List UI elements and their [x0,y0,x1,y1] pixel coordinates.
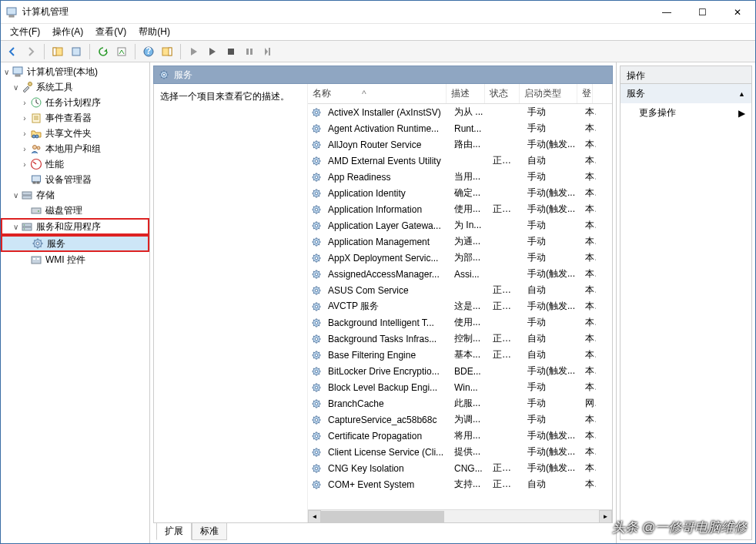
gear-icon [311,172,322,183]
gear-icon [311,447,322,458]
col-description[interactable]: 描述 [447,84,485,103]
service-row[interactable]: AMD External Events Utility正在...自动本 [308,153,612,169]
col-name[interactable]: 名称^ [308,84,447,103]
service-row[interactable]: BranchCache此服...手动网 [308,395,612,411]
gear-icon [32,237,44,250]
action-pane-button[interactable] [159,43,176,60]
cell-start: 自动 [523,154,580,167]
nav-disk-management[interactable]: 磁盘管理 [1,203,149,218]
properties-button[interactable] [68,43,85,60]
service-row[interactable]: Block Level Backup Engi...Win...手动本 [308,379,612,395]
tab-extended[interactable]: 扩展 [156,523,192,540]
minimize-button[interactable]: — [649,1,684,24]
service-row[interactable]: Client License Service (Cli...提供...手动(触发… [308,444,612,460]
horizontal-scrollbar[interactable]: ◄ ► [308,509,612,522]
forward-button[interactable] [22,43,39,60]
service-row[interactable]: Application Layer Gatewa...为 In...手动本 [308,217,612,233]
cell-name: CNG Key Isolation [323,463,450,474]
shared-folders-icon [30,127,42,139]
service-row[interactable]: Agent Activation Runtime...Runt...手动本 [308,120,612,136]
service-row[interactable]: AppX Deployment Servic...为部...手动本 [308,250,612,266]
service-row[interactable]: Application Identity确定...手动(触发...本 [308,185,612,201]
start-button[interactable] [186,43,202,60]
menu-help[interactable]: 帮助(H) [132,24,176,40]
service-row[interactable]: CaptureService_ac58b68c为调...手动本 [308,411,612,428]
service-row[interactable]: App Readiness当用...手动本 [308,169,612,185]
back-button[interactable] [4,43,21,60]
service-list: 名称^ 描述 状态 启动类型 登 ActiveX Installer (AxIn… [308,84,612,522]
content-header: 服务 [153,65,613,84]
scroll-left-button[interactable]: ◄ [308,510,321,523]
service-row[interactable]: AVCTP 服务这是...正在...手动(触发...本 [308,298,612,314]
nav-event-viewer[interactable]: › 事件查看器 [1,110,149,126]
nav-tree[interactable]: ∨ 计算机管理(本地) ∨ 系统工具 › 任务计划程序 › 事件查看器 › 共享… [1,62,150,543]
nav-storage[interactable]: ∨ 存储 [1,187,149,203]
cell-logon: 本 [580,251,596,264]
service-row[interactable]: Application Information使用...正在...手动(触发..… [308,201,612,217]
nav-label: 性能 [45,158,64,171]
service-row[interactable]: COM+ Event System支持...正在...自动本 [308,476,612,492]
nav-performance[interactable]: › 性能 [1,156,149,172]
cell-logon: 本 [580,284,596,297]
scroll-right-button[interactable]: ► [599,510,612,523]
col-startup-type[interactable]: 启动类型 [520,84,577,103]
gear-icon [311,188,322,199]
service-row[interactable]: CNG Key IsolationCNG...正在...手动(触发...本 [308,460,612,476]
actions-pane: 操作 服务 ▲ 更多操作 ▶ [617,62,755,543]
service-row[interactable]: ASUS Com Service正在...自动本 [308,282,612,298]
maximize-button[interactable]: ☐ [684,1,720,24]
cell-name: ActiveX Installer (AxInstSV) [323,107,450,118]
cell-status: 正在... [488,348,523,361]
col-logon[interactable]: 登 [577,84,593,103]
svg-rect-41 [118,48,125,55]
nav-system-tools[interactable]: ∨ 系统工具 [1,79,149,95]
service-row[interactable]: ActiveX Installer (AxInstSV)为从 ...手动本 [308,104,612,120]
svg-rect-46 [228,49,234,55]
nav-services[interactable]: 服务 [1,235,149,252]
actions-section[interactable]: 服务 ▲ [620,84,752,103]
service-row[interactable]: Application Management为通...手动本 [308,233,612,250]
cell-name: Application Information [323,204,450,215]
gear-icon [311,285,322,296]
menu-view[interactable]: 查看(V) [89,24,132,40]
pause-button[interactable] [241,43,258,60]
cell-desc: 为从 ... [450,106,488,119]
scroll-thumb[interactable] [321,511,444,522]
help-button[interactable]: ? [140,43,157,60]
play-button[interactable] [204,43,221,60]
export-button[interactable] [113,43,130,60]
nav-shared-folders[interactable]: › 共享文件夹 [1,126,149,141]
cell-desc: Win... [450,382,488,393]
service-row[interactable]: BitLocker Drive Encryptio...BDE...手动(触发.… [308,363,612,379]
nav-wmi[interactable]: WMI 控件 [1,252,149,267]
col-status[interactable]: 状态 [485,84,520,103]
cell-logon: 本 [580,122,596,135]
menu-file[interactable]: 文件(F) [4,24,46,40]
service-row[interactable]: Background Tasks Infras...控制...正在...自动本 [308,331,612,347]
nav-device-manager[interactable]: 设备管理器 [1,172,149,187]
chevron-right-icon: ▶ [738,108,745,119]
nav-root[interactable]: ∨ 计算机管理(本地) [1,64,149,79]
service-row[interactable]: Background Intelligent T...使用...手动本 [308,314,612,331]
cell-status: 正在... [488,462,523,475]
close-button[interactable]: ✕ [720,1,755,24]
restart-button[interactable] [259,43,276,60]
cell-name: AssignedAccessManager... [323,269,450,280]
service-row[interactable]: AllJoyn Router Service路由...手动(触发...本 [308,136,612,153]
stop-button[interactable] [222,43,239,60]
nav-services-apps[interactable]: ∨ 服务和应用程序 [1,218,149,235]
tab-standard[interactable]: 标准 [192,523,227,540]
cell-status: 正在... [488,154,523,167]
cell-desc: BDE... [450,366,488,377]
event-icon [30,112,42,124]
service-row[interactable]: Base Filtering Engine基本...正在...自动本 [308,347,612,363]
nav-task-scheduler[interactable]: › 任务计划程序 [1,95,149,110]
service-row[interactable]: AssignedAccessManager...Assi...手动(触发...本 [308,266,612,282]
service-row[interactable]: Certificate Propagation将用...手动(触发...本 [308,428,612,444]
refresh-button[interactable] [95,43,112,60]
show-hide-tree-button[interactable] [49,43,66,60]
nav-local-users[interactable]: › 本地用户和组 [1,141,149,156]
menu-action[interactable]: 操作(A) [46,24,89,40]
action-more[interactable]: 更多操作 ▶ [620,103,752,123]
computer-icon [12,65,24,78]
